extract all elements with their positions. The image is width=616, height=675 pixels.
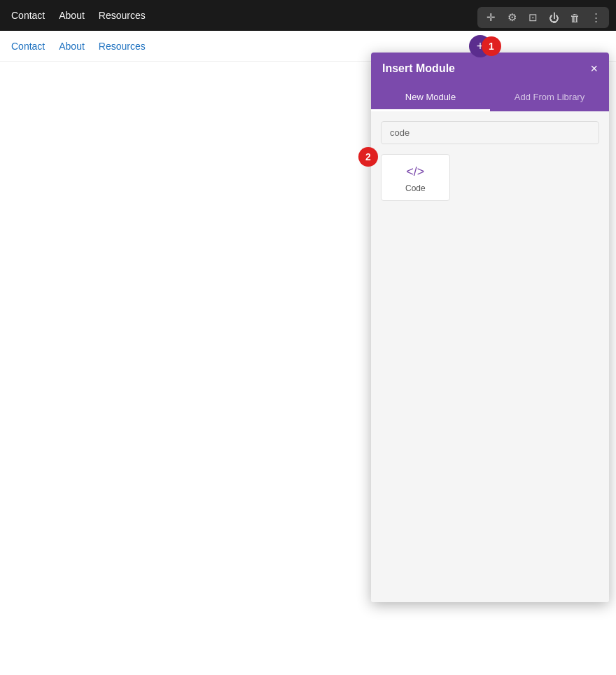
modules-grid: </> Code (381, 154, 599, 201)
tab-new-module[interactable]: New Module (371, 85, 490, 111)
panel-header: Insert Module × (371, 53, 609, 85)
top-navigation: Contact About Resources ✛ ⚙ ⊡ ⏻ 🗑 ⋮ (0, 0, 616, 31)
move-icon[interactable]: ✛ (483, 10, 498, 25)
panel-close-button[interactable]: × (590, 62, 598, 75)
nav-resources[interactable]: Resources (99, 10, 146, 21)
insert-module-panel: Insert Module × New Module Add From Libr… (371, 53, 609, 602)
editor-toolbar: ✛ ⚙ ⊡ ⏻ 🗑 ⋮ (477, 7, 609, 28)
nav-about[interactable]: About (59, 10, 85, 21)
second-nav-about[interactable]: About (59, 41, 85, 52)
second-nav-links: Contact About Resources (11, 41, 146, 52)
second-nav-contact[interactable]: Contact (11, 41, 45, 52)
second-nav-resources[interactable]: Resources (99, 41, 146, 52)
copy-icon[interactable]: ⊡ (525, 10, 540, 25)
page-content-area (0, 62, 371, 675)
nav-contact[interactable]: Contact (11, 10, 45, 21)
step-badge-2: 2 (358, 147, 378, 167)
power-icon[interactable]: ⏻ (546, 10, 561, 25)
step-badge-1: 1 (482, 36, 501, 56)
tab-add-from-library[interactable]: Add From Library (490, 85, 609, 111)
settings-icon[interactable]: ⚙ (504, 10, 519, 25)
module-search-input[interactable] (381, 121, 599, 144)
code-module-icon: </> (406, 165, 424, 179)
top-nav-links: Contact About Resources (11, 10, 146, 21)
panel-body: </> Code (371, 111, 609, 602)
panel-tabs: New Module Add From Library (371, 85, 609, 111)
module-code-label: Code (405, 183, 426, 193)
panel-title: Insert Module (382, 62, 455, 75)
module-code[interactable]: </> Code (381, 154, 450, 201)
trash-icon[interactable]: 🗑 (567, 10, 582, 25)
more-icon[interactable]: ⋮ (588, 10, 603, 25)
